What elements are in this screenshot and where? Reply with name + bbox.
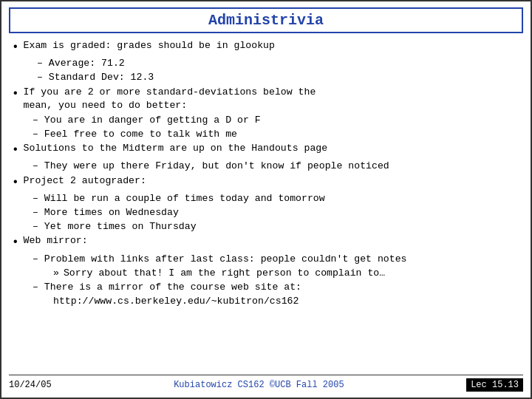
sub-text-2-2: – Feel free to come to talk with me bbox=[33, 128, 237, 141]
sub-sub-text-5-1: Sorry about that! I am the right person … bbox=[64, 267, 385, 280]
bullet-dot-3: • bbox=[12, 142, 19, 158]
slide-footer: 10/24/05 Kubiatowicz CS162 ©UCB Fall 200… bbox=[9, 375, 523, 392]
sub-item-1-2: – Standard Dev: 12.3 bbox=[33, 71, 523, 84]
bullet-item-5: • Web mirror: bbox=[12, 234, 523, 250]
sub-text-2-1: – You are in danger of getting a D or F bbox=[33, 114, 261, 127]
slide-container: Administrivia • Exam is graded: grades s… bbox=[0, 0, 532, 399]
sub-sub-item-5-1: » Sorry about that! I am the right perso… bbox=[53, 267, 523, 280]
bullet-item-2: • If you are 2 or more standard-deviatio… bbox=[12, 86, 523, 112]
slide-content: • Exam is graded: grades should be in gl… bbox=[9, 39, 523, 372]
sub-text-4-2: – More times on Wednesday bbox=[33, 206, 179, 219]
sub-text-5-2: – There is a mirror of the course web si… bbox=[33, 281, 301, 294]
sub-item-4-1: – Will be run a couple of times today an… bbox=[33, 192, 523, 205]
sub-text-3-1: – They were up there Friday, but don't k… bbox=[33, 160, 389, 173]
sub-item-4-3: – Yet more times on Thursday bbox=[33, 220, 523, 233]
sub-item-5-1: – Problem with links after last class: p… bbox=[33, 253, 523, 266]
sub-sub-text-5-2: http://www.cs.berkeley.edu/~kubitron/cs1… bbox=[53, 295, 299, 308]
sub-item-1-1: – Average: 71.2 bbox=[33, 57, 523, 70]
sub-text-1-1: – Average: 71.2 bbox=[37, 57, 125, 70]
footer-lec: Lec 15.13 bbox=[466, 378, 523, 392]
bullet-item-4: • Project 2 autograder: bbox=[12, 174, 523, 191]
sub-item-4-2: – More times on Wednesday bbox=[33, 206, 523, 219]
sub-item-2-2: – Feel free to come to talk with me bbox=[33, 128, 523, 141]
bullet-item-1: • Exam is graded: grades should be in gl… bbox=[12, 39, 523, 55]
bullet-dot-4: • bbox=[12, 174, 19, 191]
sub-text-1-2: – Standard Dev: 12.3 bbox=[37, 71, 154, 84]
bullet-text-4: Project 2 autograder: bbox=[24, 174, 523, 188]
sub-item-3-1: – They were up there Friday, but don't k… bbox=[33, 160, 523, 173]
bullet-text-5: Web mirror: bbox=[24, 234, 523, 248]
bullet-item-3: • Solutions to the Midterm are up on the… bbox=[12, 142, 523, 158]
sub-sub-marker-5-1: » bbox=[53, 267, 59, 280]
sub-text-5-1: – Problem with links after last class: p… bbox=[33, 253, 406, 266]
sub-item-5-2: – There is a mirror of the course web si… bbox=[33, 281, 523, 294]
footer-date: 10/24/05 bbox=[9, 380, 52, 390]
sub-text-4-3: – Yet more times on Thursday bbox=[33, 220, 197, 233]
slide-title: Administrivia bbox=[9, 7, 523, 33]
sub-sub-item-5-2: http://www.cs.berkeley.edu/~kubitron/cs1… bbox=[53, 295, 523, 308]
bullet-dot-5: • bbox=[12, 234, 19, 250]
sub-item-2-1: – You are in danger of getting a D or F bbox=[33, 114, 523, 127]
bullet-text-1: Exam is graded: grades should be in gloo… bbox=[24, 39, 523, 52]
footer-center: Kubiatowicz CS162 ©UCB Fall 2005 bbox=[174, 380, 344, 390]
sub-text-4-1: – Will be run a couple of times today an… bbox=[33, 192, 325, 205]
bullet-text-3: Solutions to the Midterm are up on the H… bbox=[24, 142, 523, 155]
bullet-text-2: If you are 2 or more standard-deviations… bbox=[24, 86, 523, 112]
bullet-dot-1: • bbox=[12, 39, 19, 55]
bullet-dot-2: • bbox=[12, 86, 19, 102]
